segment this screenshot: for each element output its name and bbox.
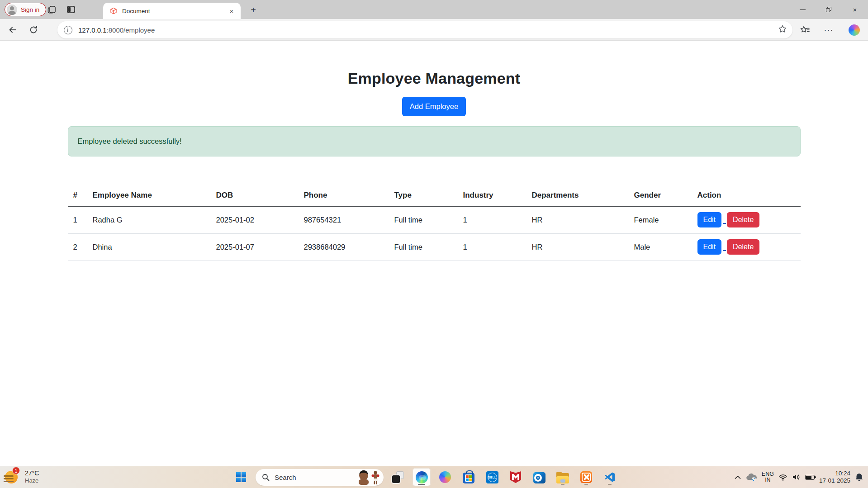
mcafee-shield-icon [510,471,521,483]
laravel-favicon-icon [109,7,118,15]
cell-name: Dhina [89,233,213,261]
col-header-phone: Phone [300,186,391,206]
taskbar: 1 27°C Haze Search [0,466,868,488]
success-alert: Employee deleted successfully! [68,126,801,156]
task-view-button[interactable] [389,468,407,486]
cell-departments: HR [528,233,631,261]
favorites-bar-icon[interactable] [799,24,811,36]
col-header-num: # [68,186,89,206]
tab-actions-icon[interactable] [65,3,77,16]
language-indicator[interactable]: ENGIN [762,471,774,483]
add-employee-button[interactable]: Add Employee [402,97,466,116]
col-header-name: Employee Name [89,186,213,206]
url-text: 127.0.0.1:8000/employee [78,26,155,34]
close-button[interactable]: × [842,0,868,19]
page-title: Employee Management [0,70,868,87]
settings-menu-icon[interactable]: ··· [823,24,835,36]
edit-button[interactable]: Edit [697,212,722,227]
tray-chevron-up-icon[interactable] [735,475,741,479]
restore-icon [826,7,831,12]
taskbar-mcafee-button[interactable] [507,468,525,486]
weather-condition: Haze [25,477,39,484]
delete-button[interactable]: Delete [727,239,759,255]
copilot-logo [849,24,860,36]
minimize-icon [800,9,806,10]
volume-icon[interactable] [792,474,801,481]
taskbar-edge-button[interactable] [413,468,431,486]
dell-icon: DELL [486,471,498,483]
dell-label: DELL [488,476,497,479]
search-label: Search [275,474,356,481]
col-header-dob: DOB [213,186,300,206]
site-info-icon[interactable] [64,26,72,34]
table-row: 2 Dhina 2025-01-07 2938684029 Full time … [68,233,801,261]
cell-type: Full time [391,206,460,233]
browser-navbar: 127.0.0.1:8000/employee ··· [0,19,868,41]
cell-gender: Female [631,206,694,233]
edge-icon [416,471,428,483]
taskbar-xampp-button[interactable] [577,468,595,486]
back-button[interactable] [6,24,19,36]
tray-date: 17-01-2025 [819,477,850,485]
cell-dob: 2025-01-07 [213,233,300,261]
favorite-star-icon[interactable] [778,24,787,35]
url-path: :8000/employee [107,26,155,34]
cell-departments: HR [528,206,631,233]
taskbar-store-button[interactable] [460,468,478,486]
cell-type: Full time [391,233,460,261]
browser-tab-document[interactable]: Document × [103,3,241,19]
search-highlight-image [356,469,382,485]
table-row: 1 Radha G 2025-01-02 987654321 Full time… [68,206,801,233]
close-icon: × [853,6,857,14]
page-content: Employee Management Add Employee Employe… [0,41,868,466]
sign-in-label: Sign in [21,6,39,13]
delete-button[interactable]: Delete [727,212,759,227]
copilot-icon[interactable] [848,24,860,36]
restore-button[interactable] [816,0,842,19]
xampp-icon [580,471,592,483]
minimize-button[interactable] [789,0,816,19]
main-container: Employee deleted successfully! # Employe… [68,126,801,261]
taskbar-outlook-button[interactable] [530,468,548,486]
battery-icon[interactable] [805,475,815,480]
employee-table: # Employee Name DOB Phone Type Industry … [68,186,801,261]
taskbar-copilot-button[interactable] [436,468,454,486]
lang-bottom: IN [762,477,774,483]
start-button[interactable] [232,468,250,486]
microsoft-store-icon [463,473,474,483]
url-host: 127.0.0.1 [78,26,107,34]
sign-in-button[interactable]: Sign in [5,3,46,16]
copilot-icon [439,471,451,483]
weather-widget[interactable]: 1 27°C Haze [4,468,39,485]
new-tab-button[interactable]: + [247,4,260,16]
cell-action: EditDelete [694,233,801,261]
address-bar[interactable]: 127.0.0.1:8000/employee [57,21,792,38]
task-view-icon [392,471,404,483]
edit-button[interactable]: Edit [697,239,722,255]
wifi-icon[interactable] [778,474,787,481]
lang-top: ENG [762,471,774,478]
clock[interactable]: 10:2417-01-2025 [819,470,850,485]
table-header-row: # Employee Name DOB Phone Type Industry … [68,186,801,206]
search-icon [262,474,270,481]
haze-weather-icon: 1 [4,468,21,485]
tab-close-icon[interactable]: × [227,6,236,15]
workspaces-icon[interactable] [45,3,58,16]
cell-num: 2 [68,233,89,261]
cell-dob: 2025-01-02 [213,206,300,233]
ellipsis-glyph: ··· [824,25,834,35]
notification-bell-icon[interactable] [855,473,863,482]
taskbar-dell-button[interactable]: DELL [483,468,501,486]
weather-temp: 27°C [25,469,39,477]
refresh-button[interactable] [27,24,40,36]
col-header-gender: Gender [631,186,694,206]
cell-name: Radha G [89,206,213,233]
col-header-type: Type [391,186,460,206]
link-underscore [723,223,726,224]
taskbar-vscode-button[interactable] [601,468,619,486]
col-header-departments: Departments [528,186,631,206]
taskbar-file-explorer-button[interactable] [554,468,572,486]
taskbar-search[interactable]: Search [256,469,384,486]
col-header-action: Action [694,186,801,206]
onedrive-icon[interactable] [745,473,757,482]
